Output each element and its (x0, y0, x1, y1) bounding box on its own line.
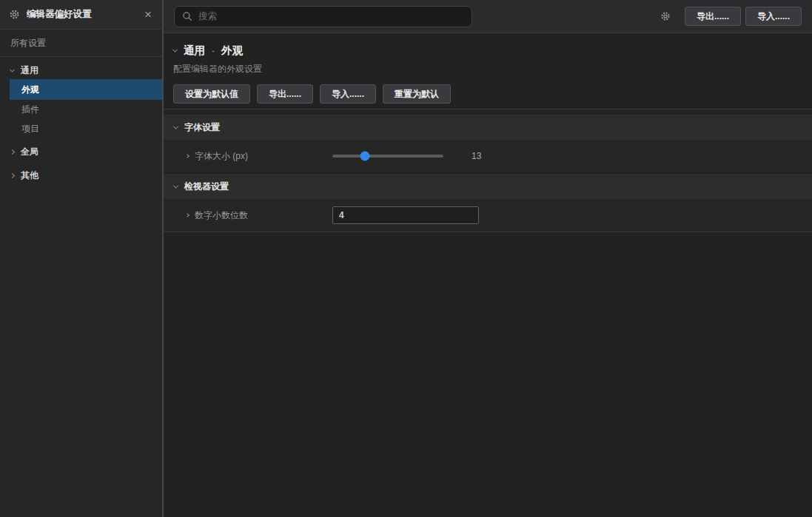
tree-item-general[interactable]: 通用 (0, 61, 162, 79)
section-inspector-settings: 检视器设置 数字小数位数 (164, 174, 812, 232)
tree-item-label: 项目 (21, 123, 39, 135)
decimal-places-input[interactable] (332, 206, 479, 224)
sidebar-header: 编辑器偏好设置 × (0, 0, 162, 30)
slider-value: 13 (472, 151, 481, 161)
page-description: 配置编辑器的外观设置 (173, 63, 802, 75)
page-intro: 通用 - 外观 配置编辑器的外观设置 设置为默认值 导出...... 导入...… (164, 33, 812, 109)
reset-default-button[interactable]: 重置为默认 (383, 84, 451, 104)
section-bottom-divider (164, 232, 812, 232)
section-header-inspector[interactable]: 检视器设置 (164, 174, 812, 199)
section-font-settings: 字体设置 字体大小 (px) 13 (164, 115, 812, 172)
chevron-right-icon[interactable] (185, 213, 189, 217)
tree-item-label: 插件 (21, 104, 39, 116)
tree-item-label: 全局 (21, 146, 38, 158)
chevron-down-icon (173, 124, 178, 129)
search-icon (182, 11, 192, 21)
gear-icon (9, 9, 20, 20)
page-title: 外观 (221, 44, 243, 58)
import-settings-button[interactable]: 导入...... (320, 84, 376, 104)
set-default-button[interactable]: 设置为默认值 (173, 84, 250, 104)
tree-item-label: 通用 (21, 64, 38, 77)
action-buttons: 设置为默认值 导出...... 导入...... 重置为默认 (173, 84, 802, 104)
chevron-down-icon (173, 183, 178, 188)
close-icon[interactable]: × (143, 8, 153, 21)
tree-item-label: 外观 (21, 84, 39, 96)
all-settings-button[interactable]: 所有设置 (0, 30, 162, 57)
topbar: 导出...... 导入...... (164, 0, 812, 33)
section-title: 字体设置 (184, 121, 220, 134)
export-settings-button[interactable]: 导出...... (257, 84, 313, 104)
export-button[interactable]: 导出...... (685, 7, 741, 26)
breadcrumb-category: 通用 (184, 44, 205, 58)
tree-item-appearance[interactable]: 外观 (10, 79, 162, 100)
setting-label-wrap: 字体大小 (px) (186, 150, 332, 163)
chevron-right-icon (10, 149, 15, 154)
content: 通用 - 外观 配置编辑器的外观设置 设置为默认值 导出...... 导入...… (164, 33, 812, 232)
preferences-window: 编辑器偏好设置 × 所有设置 通用 外观 插件 项目 全局 (0, 0, 812, 517)
setting-row-font-size: 字体大小 (px) 13 (164, 140, 812, 172)
setting-row-decimal-places: 数字小数位数 (164, 199, 812, 232)
chevron-down-icon (10, 67, 15, 72)
tree-item-other[interactable]: 其他 (0, 166, 162, 184)
settings-tree: 通用 外观 插件 项目 全局 其他 (0, 57, 162, 184)
setting-label: 数字小数位数 (195, 209, 248, 222)
tree-item-project[interactable]: 项目 (10, 119, 162, 138)
setting-label: 字体大小 (px) (195, 150, 248, 163)
dialog-title: 编辑器偏好设置 (27, 8, 136, 21)
breadcrumb: 通用 - 外观 (173, 44, 802, 58)
tree-item-label: 其他 (21, 169, 38, 182)
tree-item-global[interactable]: 全局 (0, 143, 162, 160)
section-title: 检视器设置 (184, 180, 229, 193)
chevron-right-icon[interactable] (185, 154, 189, 158)
settings-gear-icon[interactable] (660, 11, 671, 21)
font-size-slider[interactable] (332, 155, 443, 158)
breadcrumb-separator: - (212, 46, 215, 56)
section-header-font[interactable]: 字体设置 (164, 115, 812, 140)
sidebar: 编辑器偏好设置 × 所有设置 通用 外观 插件 项目 全局 (0, 0, 164, 517)
chevron-down-icon[interactable] (172, 47, 178, 53)
setting-label-wrap: 数字小数位数 (186, 209, 332, 222)
main-panel: 导出...... 导入...... 通用 - 外观 配置编辑器的外观设置 设置为… (164, 0, 812, 517)
search-input[interactable] (198, 11, 464, 21)
search-box[interactable] (174, 6, 472, 27)
slider-thumb[interactable] (360, 152, 369, 161)
tree-item-plugins[interactable]: 插件 (10, 100, 162, 119)
import-button[interactable]: 导入...... (745, 7, 802, 26)
chevron-right-icon (10, 172, 15, 178)
